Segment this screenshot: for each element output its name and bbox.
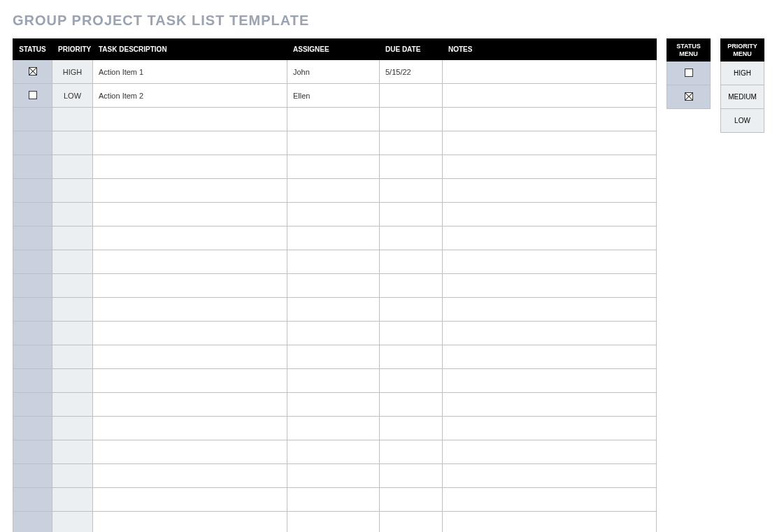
status-cell[interactable] xyxy=(13,512,52,533)
notes-cell[interactable] xyxy=(443,250,657,274)
task-cell[interactable] xyxy=(93,131,287,155)
duedate-cell[interactable] xyxy=(380,322,443,345)
assignee-cell[interactable] xyxy=(287,369,380,393)
status-cell[interactable] xyxy=(13,131,52,155)
notes-cell[interactable] xyxy=(443,108,657,131)
notes-cell[interactable] xyxy=(443,84,657,108)
status-cell[interactable] xyxy=(13,155,52,179)
priority-cell[interactable]: LOW xyxy=(52,84,93,108)
duedate-cell[interactable] xyxy=(380,250,443,274)
task-cell[interactable] xyxy=(93,417,287,440)
status-cell[interactable] xyxy=(13,322,52,345)
duedate-cell[interactable] xyxy=(380,464,443,488)
duedate-cell[interactable] xyxy=(380,369,443,393)
priority-cell[interactable] xyxy=(52,203,93,227)
status-cell[interactable] xyxy=(13,298,52,322)
duedate-cell[interactable] xyxy=(380,155,443,179)
priority-cell[interactable] xyxy=(52,108,93,131)
status-cell[interactable] xyxy=(13,440,52,464)
duedate-cell[interactable] xyxy=(380,393,443,417)
assignee-cell[interactable] xyxy=(287,345,380,369)
task-cell[interactable]: Action Item 2 xyxy=(93,84,287,108)
status-cell[interactable] xyxy=(13,203,52,227)
priority-cell[interactable] xyxy=(52,179,93,203)
assignee-cell[interactable] xyxy=(287,298,380,322)
task-cell[interactable] xyxy=(93,227,287,250)
notes-cell[interactable] xyxy=(443,322,657,345)
assignee-cell[interactable] xyxy=(287,464,380,488)
assignee-cell[interactable] xyxy=(287,440,380,464)
duedate-cell[interactable] xyxy=(380,417,443,440)
duedate-cell[interactable] xyxy=(380,179,443,203)
priority-cell[interactable] xyxy=(52,250,93,274)
status-menu-option[interactable] xyxy=(667,85,711,109)
priority-cell[interactable] xyxy=(52,155,93,179)
assignee-cell[interactable] xyxy=(287,322,380,345)
status-menu-option[interactable] xyxy=(667,62,711,85)
status-cell[interactable] xyxy=(13,464,52,488)
status-cell[interactable] xyxy=(13,84,52,108)
notes-cell[interactable] xyxy=(443,417,657,440)
task-cell[interactable] xyxy=(93,488,287,512)
status-cell[interactable] xyxy=(13,369,52,393)
priority-cell[interactable] xyxy=(52,322,93,345)
notes-cell[interactable] xyxy=(443,488,657,512)
priority-cell[interactable] xyxy=(52,227,93,250)
duedate-cell[interactable] xyxy=(380,274,443,298)
priority-cell[interactable] xyxy=(52,345,93,369)
assignee-cell[interactable] xyxy=(287,274,380,298)
notes-cell[interactable] xyxy=(443,512,657,533)
duedate-cell[interactable] xyxy=(380,131,443,155)
duedate-cell[interactable] xyxy=(380,488,443,512)
task-cell[interactable] xyxy=(93,322,287,345)
duedate-cell[interactable] xyxy=(380,440,443,464)
assignee-cell[interactable] xyxy=(287,250,380,274)
assignee-cell[interactable] xyxy=(287,155,380,179)
notes-cell[interactable] xyxy=(443,227,657,250)
priority-cell[interactable] xyxy=(52,298,93,322)
task-cell[interactable] xyxy=(93,298,287,322)
status-cell[interactable] xyxy=(13,488,52,512)
status-checkbox-icon[interactable] xyxy=(29,67,37,76)
assignee-cell[interactable] xyxy=(287,488,380,512)
notes-cell[interactable] xyxy=(443,345,657,369)
status-cell[interactable] xyxy=(13,393,52,417)
duedate-cell[interactable] xyxy=(380,84,443,108)
notes-cell[interactable] xyxy=(443,131,657,155)
status-cell[interactable] xyxy=(13,274,52,298)
status-cell[interactable] xyxy=(13,227,52,250)
assignee-cell[interactable] xyxy=(287,108,380,131)
duedate-cell[interactable]: 5/15/22 xyxy=(380,60,443,84)
priority-cell[interactable] xyxy=(52,464,93,488)
priority-menu-option[interactable]: MEDIUM xyxy=(721,85,764,109)
task-cell[interactable] xyxy=(93,369,287,393)
assignee-cell[interactable] xyxy=(287,131,380,155)
duedate-cell[interactable] xyxy=(380,108,443,131)
task-cell[interactable] xyxy=(93,250,287,274)
duedate-cell[interactable] xyxy=(380,298,443,322)
task-cell[interactable] xyxy=(93,440,287,464)
status-cell[interactable] xyxy=(13,345,52,369)
task-cell[interactable] xyxy=(93,345,287,369)
assignee-cell[interactable] xyxy=(287,179,380,203)
assignee-cell[interactable] xyxy=(287,512,380,533)
assignee-cell[interactable] xyxy=(287,393,380,417)
task-cell[interactable] xyxy=(93,464,287,488)
duedate-cell[interactable] xyxy=(380,203,443,227)
priority-cell[interactable] xyxy=(52,440,93,464)
priority-cell[interactable]: HIGH xyxy=(52,60,93,84)
assignee-cell[interactable]: John xyxy=(287,60,380,84)
task-cell[interactable] xyxy=(93,108,287,131)
notes-cell[interactable] xyxy=(443,179,657,203)
notes-cell[interactable] xyxy=(443,203,657,227)
priority-cell[interactable] xyxy=(52,512,93,533)
task-cell[interactable] xyxy=(93,393,287,417)
priority-menu-option[interactable]: LOW xyxy=(721,109,764,133)
priority-cell[interactable] xyxy=(52,369,93,393)
duedate-cell[interactable] xyxy=(380,345,443,369)
status-cell[interactable] xyxy=(13,108,52,131)
task-cell[interactable] xyxy=(93,512,287,533)
task-cell[interactable] xyxy=(93,179,287,203)
assignee-cell[interactable] xyxy=(287,227,380,250)
priority-cell[interactable] xyxy=(52,274,93,298)
